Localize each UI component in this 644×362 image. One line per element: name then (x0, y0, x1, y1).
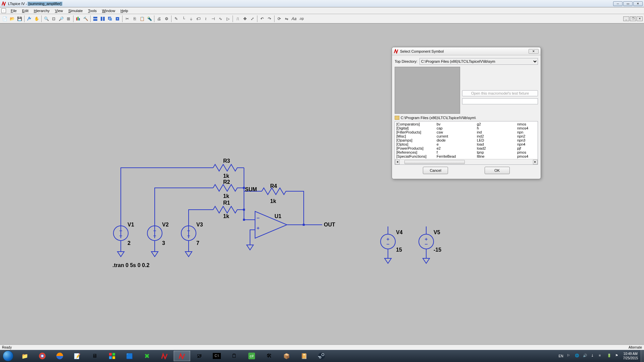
tool-autorange[interactable] (75, 15, 82, 22)
task-cmd[interactable]: C:\ (208, 351, 225, 361)
list-item[interactable]: h (477, 126, 514, 130)
list-item[interactable]: [Optos] (396, 142, 434, 146)
tray-clock[interactable]: 10:49 AM 7/25/2015 (623, 352, 638, 360)
tool-drag[interactable]: ⤢ (249, 15, 256, 22)
tool-settings[interactable]: 🔨 (82, 15, 89, 22)
mdi-close[interactable]: ✕ (637, 16, 643, 21)
list-item[interactable]: FerriteBead (437, 154, 474, 158)
list-item[interactable]: [Comparators] (396, 122, 434, 126)
menu-simulate[interactable]: Simulate (65, 8, 85, 13)
tool-tile-v[interactable] (99, 15, 106, 22)
tool-rotate[interactable]: ⟳ (276, 15, 283, 22)
task-sticky[interactable]: 🗒 (226, 351, 243, 361)
list-item[interactable]: npn3 (517, 138, 538, 142)
mdi-menu-icon[interactable]: - (1, 8, 6, 13)
list-scrollbar[interactable]: ◄ ► (395, 159, 538, 164)
task-explorer[interactable]: 📁 (16, 351, 33, 361)
tray-sync-icon[interactable]: ⤓ (591, 354, 596, 358)
show-desktop-button[interactable] (641, 350, 644, 362)
task-chrome[interactable] (34, 351, 51, 361)
tool-new-file[interactable]: 📄 (1, 15, 8, 22)
dialog-close-button[interactable]: ✕ (529, 49, 539, 54)
tool-draw-pencil[interactable]: ✎ (173, 15, 180, 22)
list-item[interactable]: ind (477, 130, 514, 134)
dialog-title-bar[interactable]: Select Component Symbol ✕ (392, 47, 541, 55)
list-item[interactable]: current (437, 134, 474, 138)
task-app-red[interactable] (156, 351, 173, 361)
menu-view[interactable]: View (52, 8, 66, 13)
task-app-blue[interactable]: 🟦 (121, 351, 138, 361)
task-ltspice[interactable] (174, 351, 190, 361)
tray-lang[interactable]: EN (559, 354, 563, 358)
list-item[interactable]: [Misc] (396, 134, 434, 138)
list-item[interactable]: lpnp (477, 150, 514, 154)
tray-bt-icon[interactable]: ≡ (599, 354, 604, 358)
tool-text[interactable]: Aa (291, 15, 297, 22)
list-item[interactable]: [Digital] (396, 126, 434, 130)
list-item[interactable]: LED (477, 138, 514, 142)
tool-inductor[interactable]: ∿ (217, 15, 224, 22)
tool-copy[interactable]: ⎘ (131, 15, 138, 22)
list-item[interactable]: ltline (477, 154, 514, 158)
tool-cut[interactable]: ✂ (124, 15, 131, 22)
list-item[interactable]: [FilterProducts] (396, 130, 434, 134)
menu-window[interactable]: Window (99, 8, 118, 13)
list-item[interactable]: f (437, 150, 474, 154)
minimize-button[interactable]: ─ (613, 1, 623, 6)
task-app-green[interactable] (139, 351, 155, 361)
tray-action-center-icon[interactable]: ⚐ (567, 354, 572, 358)
tool-run[interactable] (26, 15, 33, 22)
tool-mirror[interactable]: ⇋ (283, 15, 290, 22)
tool-zoom-out[interactable]: 🔎 (58, 15, 64, 22)
list-item[interactable]: ind2 (477, 134, 514, 138)
menu-help[interactable]: Help (118, 8, 131, 13)
list-item[interactable]: g2 (477, 122, 514, 126)
list-item[interactable]: pjf (517, 146, 538, 150)
tool-spice-directive[interactable]: .op (298, 15, 305, 22)
tool-capacitor[interactable]: ⊣ (210, 15, 216, 22)
tool-halt[interactable]: ✋ (33, 15, 40, 22)
list-item[interactable]: npn (517, 130, 538, 134)
tool-undo[interactable]: ↶ (259, 15, 265, 22)
task-notepadpp[interactable]: 📝 (69, 351, 86, 361)
list-item[interactable]: pmos (517, 150, 538, 154)
tool-open-file[interactable]: 📂 (9, 15, 15, 22)
tool-resistor[interactable]: ≀ (202, 15, 209, 22)
tool-diode[interactable]: ▷ (225, 15, 231, 22)
task-firefox[interactable] (51, 351, 68, 361)
task-csharp[interactable]: c# (243, 351, 260, 361)
list-item[interactable]: e2 (437, 146, 474, 150)
tool-redo[interactable]: ↷ (266, 15, 273, 22)
top-directory-select[interactable]: C:\Program Files (x86)\LTC\LTspiceIV\lib… (419, 58, 538, 65)
tool-zoom-pan[interactable]: ⊡ (50, 15, 57, 22)
list-item[interactable]: e (437, 142, 474, 146)
tool-zoom-fit[interactable]: ⊞ (65, 15, 72, 22)
tool-component[interactable]: ⎍ (234, 15, 241, 22)
schematic-canvas[interactable]: R3 1k R2 1k R1 1k R4 1k SUM OUT U1 V1 2 … (0, 23, 644, 345)
component-list[interactable]: [Comparators][Digital][FilterProducts][M… (395, 121, 538, 165)
maximize-button[interactable]: ▭ (623, 1, 633, 6)
menu-file[interactable]: File (8, 8, 19, 13)
component-name-input[interactable] (462, 98, 538, 104)
list-item[interactable]: [References] (396, 150, 434, 154)
tool-ground[interactable]: ⏚ (188, 15, 194, 22)
list-item[interactable]: npn2 (517, 134, 538, 138)
tool-find[interactable]: 🔦 (146, 15, 153, 22)
task-notes2[interactable]: 📔 (296, 351, 312, 361)
tool-print-setup[interactable]: ⚙ (163, 15, 170, 22)
tray-network-icon[interactable]: 🌐 (575, 354, 580, 358)
list-item[interactable]: pmos4 (517, 154, 538, 158)
tool-zoom-in[interactable]: 🔍 (43, 15, 50, 22)
task-monitor[interactable]: 🖥 (86, 351, 103, 361)
tool-wire[interactable]: └ (180, 15, 187, 22)
open-test-fixture-button[interactable]: Open this macromodel's test fixture (462, 90, 538, 96)
tool-tile-h[interactable] (92, 15, 99, 22)
start-button[interactable] (0, 350, 16, 362)
tool-save[interactable]: 💾 (16, 15, 23, 22)
task-tiles[interactable] (104, 351, 120, 361)
mdi-restore[interactable]: ❐ (630, 16, 636, 21)
list-item[interactable]: diode (437, 138, 474, 142)
list-item[interactable]: load2 (477, 146, 514, 150)
tray-volume-icon[interactable]: 🔊 (583, 354, 588, 358)
mdi-minimize[interactable]: _ (623, 16, 629, 21)
